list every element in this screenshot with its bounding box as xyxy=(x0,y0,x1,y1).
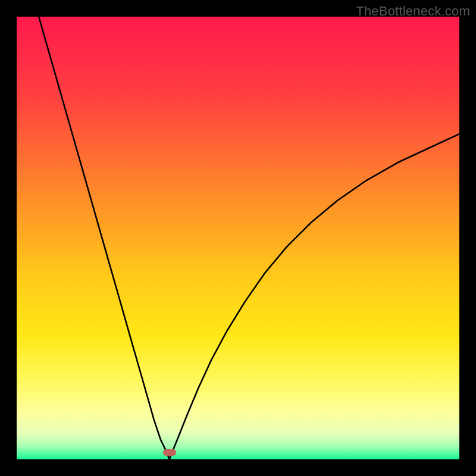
watermark-text: TheBottleneck.com xyxy=(356,4,470,19)
curve-path xyxy=(39,17,459,459)
chart-frame: TheBottleneck.com xyxy=(0,0,476,476)
bottleneck-curve xyxy=(17,17,459,459)
plot-area xyxy=(17,17,459,459)
minimum-marker xyxy=(163,449,176,456)
